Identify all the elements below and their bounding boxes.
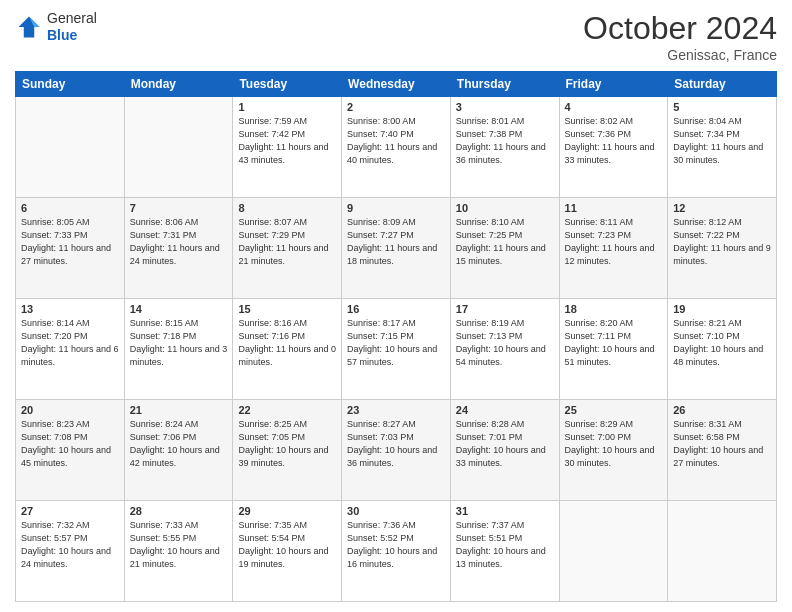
day-info: Sunrise: 8:00 AMSunset: 7:40 PMDaylight:… <box>347 115 445 167</box>
calendar-table: SundayMondayTuesdayWednesdayThursdayFrid… <box>15 71 777 602</box>
day-info: Sunrise: 8:09 AMSunset: 7:27 PMDaylight:… <box>347 216 445 268</box>
day-info: Sunrise: 8:29 AMSunset: 7:00 PMDaylight:… <box>565 418 663 470</box>
day-info: Sunrise: 8:24 AMSunset: 7:06 PMDaylight:… <box>130 418 228 470</box>
day-info: Sunrise: 7:33 AMSunset: 5:55 PMDaylight:… <box>130 519 228 571</box>
day-number: 28 <box>130 505 228 517</box>
day-info: Sunrise: 8:19 AMSunset: 7:13 PMDaylight:… <box>456 317 554 369</box>
day-number: 4 <box>565 101 663 113</box>
calendar-cell <box>559 501 668 602</box>
day-info: Sunrise: 8:04 AMSunset: 7:34 PMDaylight:… <box>673 115 771 167</box>
calendar-cell: 30Sunrise: 7:36 AMSunset: 5:52 PMDayligh… <box>342 501 451 602</box>
day-number: 21 <box>130 404 228 416</box>
day-number: 10 <box>456 202 554 214</box>
title-block: October 2024 Genissac, France <box>583 10 777 63</box>
calendar-cell: 20Sunrise: 8:23 AMSunset: 7:08 PMDayligh… <box>16 400 125 501</box>
day-number: 2 <box>347 101 445 113</box>
calendar-cell: 15Sunrise: 8:16 AMSunset: 7:16 PMDayligh… <box>233 299 342 400</box>
calendar-cell: 21Sunrise: 8:24 AMSunset: 7:06 PMDayligh… <box>124 400 233 501</box>
day-number: 27 <box>21 505 119 517</box>
day-number: 8 <box>238 202 336 214</box>
logo-general: General <box>47 10 97 26</box>
day-number: 5 <box>673 101 771 113</box>
day-info: Sunrise: 8:05 AMSunset: 7:33 PMDaylight:… <box>21 216 119 268</box>
day-info: Sunrise: 8:16 AMSunset: 7:16 PMDaylight:… <box>238 317 336 369</box>
day-info: Sunrise: 8:06 AMSunset: 7:31 PMDaylight:… <box>130 216 228 268</box>
calendar-cell: 24Sunrise: 8:28 AMSunset: 7:01 PMDayligh… <box>450 400 559 501</box>
weekday-header-saturday: Saturday <box>668 72 777 97</box>
weekday-header-sunday: Sunday <box>16 72 125 97</box>
weekday-header-wednesday: Wednesday <box>342 72 451 97</box>
calendar-cell: 3Sunrise: 8:01 AMSunset: 7:38 PMDaylight… <box>450 97 559 198</box>
calendar-cell: 17Sunrise: 8:19 AMSunset: 7:13 PMDayligh… <box>450 299 559 400</box>
day-info: Sunrise: 8:17 AMSunset: 7:15 PMDaylight:… <box>347 317 445 369</box>
day-number: 31 <box>456 505 554 517</box>
calendar-cell: 8Sunrise: 8:07 AMSunset: 7:29 PMDaylight… <box>233 198 342 299</box>
day-info: Sunrise: 8:27 AMSunset: 7:03 PMDaylight:… <box>347 418 445 470</box>
day-info: Sunrise: 8:15 AMSunset: 7:18 PMDaylight:… <box>130 317 228 369</box>
day-info: Sunrise: 8:28 AMSunset: 7:01 PMDaylight:… <box>456 418 554 470</box>
calendar-cell: 29Sunrise: 7:35 AMSunset: 5:54 PMDayligh… <box>233 501 342 602</box>
day-info: Sunrise: 8:20 AMSunset: 7:11 PMDaylight:… <box>565 317 663 369</box>
calendar-cell: 7Sunrise: 8:06 AMSunset: 7:31 PMDaylight… <box>124 198 233 299</box>
day-number: 12 <box>673 202 771 214</box>
day-number: 30 <box>347 505 445 517</box>
day-number: 1 <box>238 101 336 113</box>
day-info: Sunrise: 8:10 AMSunset: 7:25 PMDaylight:… <box>456 216 554 268</box>
day-number: 25 <box>565 404 663 416</box>
calendar-cell: 18Sunrise: 8:20 AMSunset: 7:11 PMDayligh… <box>559 299 668 400</box>
weekday-header-monday: Monday <box>124 72 233 97</box>
calendar-cell: 1Sunrise: 7:59 AMSunset: 7:42 PMDaylight… <box>233 97 342 198</box>
location: Genissac, France <box>583 47 777 63</box>
day-info: Sunrise: 7:37 AMSunset: 5:51 PMDaylight:… <box>456 519 554 571</box>
calendar-cell: 12Sunrise: 8:12 AMSunset: 7:22 PMDayligh… <box>668 198 777 299</box>
calendar-cell: 6Sunrise: 8:05 AMSunset: 7:33 PMDaylight… <box>16 198 125 299</box>
day-number: 15 <box>238 303 336 315</box>
day-info: Sunrise: 8:07 AMSunset: 7:29 PMDaylight:… <box>238 216 336 268</box>
day-number: 3 <box>456 101 554 113</box>
day-info: Sunrise: 8:31 AMSunset: 6:58 PMDaylight:… <box>673 418 771 470</box>
weekday-header-row: SundayMondayTuesdayWednesdayThursdayFrid… <box>16 72 777 97</box>
calendar-cell: 14Sunrise: 8:15 AMSunset: 7:18 PMDayligh… <box>124 299 233 400</box>
calendar-cell: 22Sunrise: 8:25 AMSunset: 7:05 PMDayligh… <box>233 400 342 501</box>
day-number: 26 <box>673 404 771 416</box>
week-row-2: 6Sunrise: 8:05 AMSunset: 7:33 PMDaylight… <box>16 198 777 299</box>
day-number: 16 <box>347 303 445 315</box>
calendar-cell: 13Sunrise: 8:14 AMSunset: 7:20 PMDayligh… <box>16 299 125 400</box>
day-info: Sunrise: 7:32 AMSunset: 5:57 PMDaylight:… <box>21 519 119 571</box>
week-row-5: 27Sunrise: 7:32 AMSunset: 5:57 PMDayligh… <box>16 501 777 602</box>
day-number: 17 <box>456 303 554 315</box>
logo-blue: Blue <box>47 27 77 43</box>
calendar-cell: 31Sunrise: 7:37 AMSunset: 5:51 PMDayligh… <box>450 501 559 602</box>
day-number: 6 <box>21 202 119 214</box>
page-header: General Blue October 2024 Genissac, Fran… <box>15 10 777 63</box>
day-number: 19 <box>673 303 771 315</box>
calendar-cell: 19Sunrise: 8:21 AMSunset: 7:10 PMDayligh… <box>668 299 777 400</box>
day-number: 18 <box>565 303 663 315</box>
day-info: Sunrise: 8:21 AMSunset: 7:10 PMDaylight:… <box>673 317 771 369</box>
calendar-cell <box>16 97 125 198</box>
day-info: Sunrise: 8:14 AMSunset: 7:20 PMDaylight:… <box>21 317 119 369</box>
week-row-3: 13Sunrise: 8:14 AMSunset: 7:20 PMDayligh… <box>16 299 777 400</box>
calendar-cell: 28Sunrise: 7:33 AMSunset: 5:55 PMDayligh… <box>124 501 233 602</box>
day-info: Sunrise: 8:23 AMSunset: 7:08 PMDaylight:… <box>21 418 119 470</box>
day-number: 9 <box>347 202 445 214</box>
calendar-cell: 9Sunrise: 8:09 AMSunset: 7:27 PMDaylight… <box>342 198 451 299</box>
calendar-cell: 11Sunrise: 8:11 AMSunset: 7:23 PMDayligh… <box>559 198 668 299</box>
day-number: 14 <box>130 303 228 315</box>
day-number: 7 <box>130 202 228 214</box>
calendar-cell: 10Sunrise: 8:10 AMSunset: 7:25 PMDayligh… <box>450 198 559 299</box>
day-info: Sunrise: 7:59 AMSunset: 7:42 PMDaylight:… <box>238 115 336 167</box>
day-number: 20 <box>21 404 119 416</box>
week-row-1: 1Sunrise: 7:59 AMSunset: 7:42 PMDaylight… <box>16 97 777 198</box>
logo-text: General Blue <box>47 10 97 44</box>
day-info: Sunrise: 7:35 AMSunset: 5:54 PMDaylight:… <box>238 519 336 571</box>
day-info: Sunrise: 8:01 AMSunset: 7:38 PMDaylight:… <box>456 115 554 167</box>
day-info: Sunrise: 7:36 AMSunset: 5:52 PMDaylight:… <box>347 519 445 571</box>
day-number: 24 <box>456 404 554 416</box>
calendar-cell: 27Sunrise: 7:32 AMSunset: 5:57 PMDayligh… <box>16 501 125 602</box>
weekday-header-tuesday: Tuesday <box>233 72 342 97</box>
day-info: Sunrise: 8:02 AMSunset: 7:36 PMDaylight:… <box>565 115 663 167</box>
weekday-header-friday: Friday <box>559 72 668 97</box>
logo-icon <box>15 13 43 41</box>
calendar-cell: 26Sunrise: 8:31 AMSunset: 6:58 PMDayligh… <box>668 400 777 501</box>
